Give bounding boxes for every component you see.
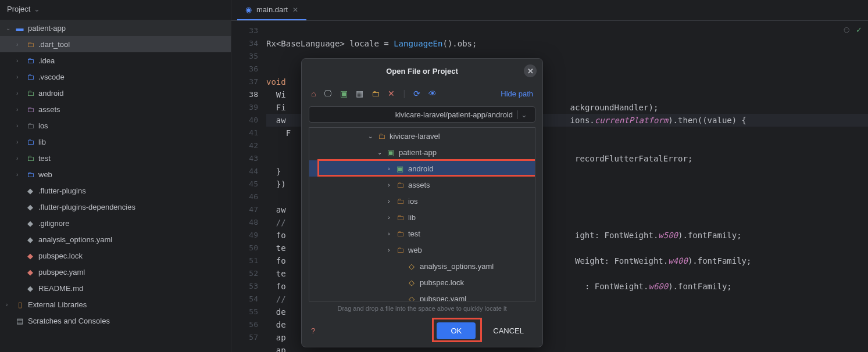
hide-path-link[interactable]: Hide path bbox=[501, 89, 533, 98]
tree-item[interactable]: ◆.gitignore bbox=[0, 215, 231, 231]
help-icon[interactable]: ? bbox=[311, 326, 315, 335]
file-tree-row[interactable]: ◇analysis_options.yaml bbox=[309, 258, 535, 274]
close-icon[interactable]: ✕ bbox=[292, 6, 298, 14]
tree-item[interactable]: ›🗀.vscode bbox=[0, 69, 231, 85]
file-icon: ◆ bbox=[26, 268, 35, 276]
folder-icon: ▣ bbox=[395, 164, 405, 173]
tree-label: assets bbox=[408, 181, 430, 189]
tree-item[interactable]: ◆analysis_options.yaml bbox=[0, 231, 231, 247]
tab-label: main.dart bbox=[256, 5, 288, 14]
chevron-right-icon: › bbox=[16, 123, 22, 129]
tree-label: test bbox=[408, 229, 420, 238]
tree-label: kivicare-laravel bbox=[390, 132, 440, 141]
folder-icon: 🗀 bbox=[26, 170, 35, 179]
tree-item[interactable]: ◆pubspec.lock bbox=[0, 247, 231, 264]
path-value: kivicare-laravel/patient-app/android bbox=[395, 110, 513, 119]
dialog-title: Open File or Project bbox=[386, 67, 458, 76]
chevron-icon: ⌄ bbox=[377, 149, 383, 156]
chevron-right-icon: › bbox=[6, 301, 12, 308]
ok-button[interactable]: OK bbox=[437, 322, 476, 339]
file-tree-row[interactable]: ›🗀web bbox=[309, 242, 535, 258]
project-icon[interactable]: ▣ bbox=[340, 89, 348, 98]
file-tree-row[interactable]: ›🗀ios bbox=[309, 193, 535, 209]
file-icon: ◆ bbox=[26, 203, 35, 211]
chevron-right-icon: › bbox=[16, 74, 22, 80]
tree-item[interactable]: ›🗀web bbox=[0, 166, 231, 182]
show-hidden-icon[interactable]: 👁 bbox=[428, 89, 437, 98]
folder-icon: 🗀 bbox=[26, 105, 35, 114]
file-tree-row[interactable]: ›🗀test bbox=[309, 225, 535, 242]
chevron-right-icon: › bbox=[16, 58, 22, 64]
chevron-down-icon: ⌄ bbox=[34, 5, 40, 13]
tree-label: pubspec.lock bbox=[38, 252, 83, 260]
path-input[interactable]: kivicare-laravel/patient-app/android ⌄ bbox=[309, 106, 535, 123]
tree-label: .flutter-plugins bbox=[38, 186, 86, 195]
dialog-title-bar: Open File or Project ✕ bbox=[302, 59, 542, 83]
module-icon[interactable]: ▦ bbox=[356, 89, 363, 98]
file-tree-row[interactable]: ◇pubspec.yaml bbox=[309, 290, 535, 301]
tree-item[interactable]: ◆.flutter-plugins-dependencies bbox=[0, 199, 231, 215]
refresh-icon[interactable]: ⟳ bbox=[413, 89, 420, 98]
folder-icon: 🗀 bbox=[26, 73, 35, 81]
chevron-icon: › bbox=[386, 198, 392, 204]
file-tree-row[interactable]: ›🗀lib bbox=[309, 209, 535, 225]
chevron-down-icon[interactable]: ⌄ bbox=[517, 110, 530, 119]
file-icon: ◆ bbox=[26, 284, 35, 293]
desktop-icon[interactable]: 🖵 bbox=[324, 89, 332, 98]
tree-item[interactable]: ◆.flutter-plugins bbox=[0, 182, 231, 199]
tree-item[interactable]: ›🗀assets bbox=[0, 101, 231, 117]
dart-icon: ◉ bbox=[245, 5, 252, 14]
file-icon: ◇ bbox=[407, 278, 416, 287]
file-tree-row[interactable]: ⌄🗀kivicare-laravel bbox=[309, 128, 535, 144]
file-icon: ◆ bbox=[26, 219, 35, 228]
file-tree-row[interactable]: ›🗀assets bbox=[309, 177, 535, 193]
file-tree[interactable]: ⌄🗀kivicare-laravel⌄▣patient-app›▣android… bbox=[309, 127, 535, 301]
tree-item[interactable]: ›🗀ios bbox=[0, 117, 231, 134]
tree-label: patient-app bbox=[28, 24, 66, 33]
chevron-right-icon: › bbox=[16, 139, 22, 145]
tree-label: pubspec.yaml bbox=[420, 294, 466, 302]
tree-label: analysis_options.yaml bbox=[38, 235, 112, 244]
file-tree-row[interactable]: ⌄▣patient-app bbox=[309, 144, 535, 160]
new-folder-icon[interactable]: 🗀 bbox=[372, 89, 380, 98]
tree-item[interactable]: ›🗀.dart_tool bbox=[0, 36, 231, 52]
tree-root[interactable]: ⌄ ▬ patient-app bbox=[0, 20, 231, 36]
tree-item[interactable]: ◆pubspec.yaml bbox=[0, 264, 231, 280]
tree-label: .vscode bbox=[38, 73, 65, 81]
folder-icon: 🗀 bbox=[395, 197, 405, 206]
cancel-button[interactable]: CANCEL bbox=[484, 322, 533, 339]
tree-label: pubspec.yaml bbox=[38, 268, 85, 276]
tree-item[interactable]: ›🗀test bbox=[0, 150, 231, 166]
file-icon: ◇ bbox=[407, 262, 416, 271]
tree-label: lib bbox=[38, 138, 46, 146]
hint-text: Drag and drop a file into the space abov… bbox=[302, 301, 542, 315]
tree-label: test bbox=[38, 154, 51, 163]
folder-icon: 🗀 bbox=[26, 89, 35, 98]
tree-item[interactable]: ◆README.md bbox=[0, 280, 231, 296]
folder-icon: 🗀 bbox=[377, 132, 386, 141]
check-icon[interactable]: ✓ bbox=[856, 26, 862, 35]
chevron-icon: › bbox=[386, 231, 392, 237]
tree-label: .gitignore bbox=[38, 219, 69, 228]
tree-item[interactable]: ›🗀.idea bbox=[0, 52, 231, 69]
tree-label: README.md bbox=[38, 284, 83, 293]
delete-icon[interactable]: ✕ bbox=[388, 89, 395, 98]
tab-main-dart[interactable]: ◉ main.dart ✕ bbox=[237, 0, 306, 20]
close-button[interactable]: ✕ bbox=[524, 64, 537, 77]
external-libraries[interactable]: › ▯ External Libraries bbox=[0, 296, 231, 313]
scratches[interactable]: ▤ Scratches and Consoles bbox=[0, 313, 231, 329]
home-icon[interactable]: ⌂ bbox=[311, 89, 316, 98]
tree-label: analysis_options.yaml bbox=[420, 262, 494, 271]
tree-item[interactable]: ›🗀lib bbox=[0, 134, 231, 150]
chevron-down-icon: ⌄ bbox=[6, 25, 12, 31]
tree-item[interactable]: ›🗀android bbox=[0, 85, 231, 101]
chevron-right-icon: › bbox=[16, 106, 22, 113]
file-tree-row[interactable]: ◇pubspec.lock bbox=[309, 274, 535, 290]
file-tree-row[interactable]: ›▣android bbox=[309, 160, 535, 177]
tree-label: lib bbox=[408, 213, 416, 222]
eye-off-icon[interactable]: ⦵ bbox=[843, 26, 850, 35]
dialog-footer: ? OK CANCEL bbox=[302, 314, 542, 347]
tree-label: ios bbox=[408, 197, 418, 206]
sidebar-header[interactable]: Project ⌄ bbox=[0, 0, 231, 17]
folder-icon: 🗀 bbox=[26, 121, 35, 130]
